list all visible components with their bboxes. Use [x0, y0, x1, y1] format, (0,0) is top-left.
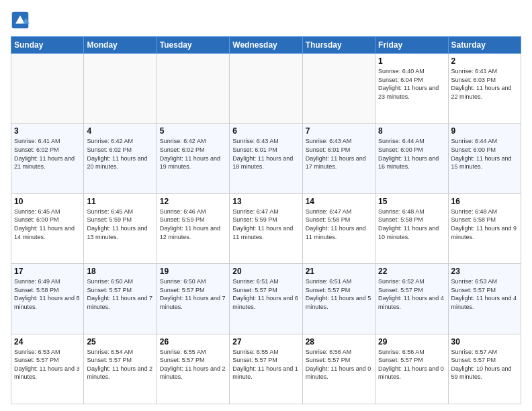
day-number: 10 — [14, 197, 81, 206]
calendar-day-cell: 19Sunrise: 6:50 AMSunset: 5:57 PMDayligh… — [157, 264, 229, 334]
calendar-day-cell: 27Sunrise: 6:55 AMSunset: 5:57 PMDayligh… — [230, 334, 302, 404]
calendar-week-row: 3Sunrise: 6:41 AMSunset: 6:02 PMDaylight… — [11, 124, 521, 193]
weekday-header: Saturday — [448, 37, 521, 54]
calendar-day-cell: 17Sunrise: 6:49 AMSunset: 5:58 PMDayligh… — [11, 264, 84, 334]
day-info: Sunrise: 6:41 AMSunset: 6:02 PMDaylight:… — [14, 137, 81, 171]
calendar-day-cell: 16Sunrise: 6:48 AMSunset: 5:58 PMDayligh… — [448, 193, 521, 263]
weekday-header: Wednesday — [230, 37, 302, 54]
calendar-day-cell: 28Sunrise: 6:56 AMSunset: 5:57 PMDayligh… — [302, 334, 375, 404]
day-info: Sunrise: 6:44 AMSunset: 6:00 PMDaylight:… — [378, 137, 445, 171]
calendar-day-cell: 20Sunrise: 6:51 AMSunset: 5:57 PMDayligh… — [230, 264, 302, 334]
day-info: Sunrise: 6:57 AMSunset: 5:57 PMDaylight:… — [451, 348, 518, 381]
calendar-day-cell: 14Sunrise: 6:47 AMSunset: 5:58 PMDayligh… — [302, 193, 375, 263]
day-number: 1 — [378, 56, 445, 66]
day-number: 16 — [451, 197, 518, 206]
calendar-day-cell: 1Sunrise: 6:40 AMSunset: 6:04 PMDaylight… — [375, 54, 448, 124]
day-number: 7 — [306, 126, 372, 136]
calendar-day-cell: 25Sunrise: 6:54 AMSunset: 5:57 PMDayligh… — [84, 334, 157, 404]
calendar-day-cell: 7Sunrise: 6:43 AMSunset: 6:01 PMDaylight… — [302, 124, 375, 193]
day-number: 6 — [232, 126, 299, 136]
calendar-day-cell: 10Sunrise: 6:45 AMSunset: 6:00 PMDayligh… — [11, 193, 84, 263]
day-info: Sunrise: 6:43 AMSunset: 6:01 PMDaylight:… — [232, 137, 299, 171]
day-info: Sunrise: 6:43 AMSunset: 6:01 PMDaylight:… — [306, 137, 372, 171]
calendar-day-cell — [302, 54, 375, 124]
calendar-week-row: 10Sunrise: 6:45 AMSunset: 6:00 PMDayligh… — [11, 193, 521, 263]
day-info: Sunrise: 6:55 AMSunset: 5:57 PMDaylight:… — [232, 348, 299, 381]
calendar-day-cell: 24Sunrise: 6:53 AMSunset: 5:57 PMDayligh… — [11, 334, 84, 404]
day-info: Sunrise: 6:51 AMSunset: 5:57 PMDaylight:… — [306, 277, 372, 311]
day-info: Sunrise: 6:53 AMSunset: 5:57 PMDaylight:… — [14, 348, 81, 381]
calendar-day-cell: 5Sunrise: 6:42 AMSunset: 6:02 PMDaylight… — [157, 124, 229, 193]
weekday-header: Monday — [84, 37, 157, 54]
calendar-day-cell: 9Sunrise: 6:44 AMSunset: 6:00 PMDaylight… — [448, 124, 521, 193]
weekday-header: Sunday — [11, 37, 84, 54]
day-info: Sunrise: 6:48 AMSunset: 5:58 PMDaylight:… — [378, 208, 445, 241]
day-info: Sunrise: 6:51 AMSunset: 5:57 PMDaylight:… — [232, 277, 299, 311]
calendar-week-row: 1Sunrise: 6:40 AMSunset: 6:04 PMDaylight… — [11, 54, 521, 124]
calendar-day-cell: 12Sunrise: 6:46 AMSunset: 5:59 PMDayligh… — [157, 193, 229, 263]
calendar-day-cell: 26Sunrise: 6:55 AMSunset: 5:57 PMDayligh… — [157, 334, 229, 404]
day-number: 25 — [87, 337, 153, 347]
day-info: Sunrise: 6:45 AMSunset: 6:00 PMDaylight:… — [14, 208, 81, 241]
calendar-day-cell: 4Sunrise: 6:42 AMSunset: 6:02 PMDaylight… — [84, 124, 157, 193]
calendar-day-cell: 23Sunrise: 6:53 AMSunset: 5:57 PMDayligh… — [448, 264, 521, 334]
day-number: 2 — [451, 56, 518, 66]
day-number: 13 — [232, 197, 299, 206]
day-info: Sunrise: 6:40 AMSunset: 6:04 PMDaylight:… — [378, 67, 445, 101]
day-info: Sunrise: 6:50 AMSunset: 5:57 PMDaylight:… — [160, 277, 226, 311]
calendar-day-cell: 30Sunrise: 6:57 AMSunset: 5:57 PMDayligh… — [448, 334, 521, 404]
calendar-day-cell: 29Sunrise: 6:56 AMSunset: 5:57 PMDayligh… — [375, 334, 448, 404]
day-number: 29 — [378, 337, 445, 347]
calendar-day-cell: 11Sunrise: 6:45 AMSunset: 5:59 PMDayligh… — [84, 193, 157, 263]
day-info: Sunrise: 6:55 AMSunset: 5:57 PMDaylight:… — [160, 348, 226, 381]
day-number: 15 — [378, 197, 445, 206]
day-info: Sunrise: 6:44 AMSunset: 6:00 PMDaylight:… — [451, 137, 518, 171]
day-number: 17 — [14, 267, 81, 276]
day-number: 14 — [306, 197, 372, 206]
day-number: 20 — [232, 267, 299, 276]
day-number: 24 — [14, 337, 81, 347]
day-number: 8 — [378, 126, 445, 136]
day-number: 9 — [451, 126, 518, 136]
day-number: 12 — [160, 197, 226, 206]
day-info: Sunrise: 6:47 AMSunset: 5:58 PMDaylight:… — [306, 208, 372, 241]
day-info: Sunrise: 6:45 AMSunset: 5:59 PMDaylight:… — [87, 208, 153, 241]
day-number: 4 — [87, 126, 153, 136]
calendar-day-cell: 2Sunrise: 6:41 AMSunset: 6:03 PMDaylight… — [448, 54, 521, 124]
logo-icon — [11, 11, 30, 30]
day-info: Sunrise: 6:47 AMSunset: 5:59 PMDaylight:… — [232, 208, 299, 241]
day-info: Sunrise: 6:53 AMSunset: 5:57 PMDaylight:… — [451, 277, 518, 311]
weekday-header: Thursday — [302, 37, 375, 54]
calendar-day-cell: 21Sunrise: 6:51 AMSunset: 5:57 PMDayligh… — [302, 264, 375, 334]
day-number: 30 — [451, 337, 518, 347]
day-info: Sunrise: 6:49 AMSunset: 5:58 PMDaylight:… — [14, 277, 81, 311]
day-info: Sunrise: 6:56 AMSunset: 5:57 PMDaylight:… — [306, 348, 372, 381]
day-info: Sunrise: 6:48 AMSunset: 5:58 PMDaylight:… — [451, 208, 518, 241]
day-info: Sunrise: 6:52 AMSunset: 5:57 PMDaylight:… — [378, 277, 445, 311]
day-info: Sunrise: 6:46 AMSunset: 5:59 PMDaylight:… — [160, 208, 226, 241]
calendar-day-cell: 18Sunrise: 6:50 AMSunset: 5:57 PMDayligh… — [84, 264, 157, 334]
day-info: Sunrise: 6:41 AMSunset: 6:03 PMDaylight:… — [451, 67, 518, 101]
day-info: Sunrise: 6:42 AMSunset: 6:02 PMDaylight:… — [160, 137, 226, 171]
calendar-day-cell: 22Sunrise: 6:52 AMSunset: 5:57 PMDayligh… — [375, 264, 448, 334]
logo — [11, 11, 32, 30]
day-number: 28 — [306, 337, 372, 347]
day-number: 27 — [232, 337, 299, 347]
calendar-day-cell: 3Sunrise: 6:41 AMSunset: 6:02 PMDaylight… — [11, 124, 84, 193]
header — [11, 11, 521, 30]
calendar-week-row: 17Sunrise: 6:49 AMSunset: 5:58 PMDayligh… — [11, 264, 521, 334]
day-info: Sunrise: 6:42 AMSunset: 6:02 PMDaylight:… — [87, 137, 153, 171]
calendar-day-cell — [84, 54, 157, 124]
day-info: Sunrise: 6:56 AMSunset: 5:57 PMDaylight:… — [378, 348, 445, 381]
day-number: 3 — [14, 126, 81, 136]
weekday-header-row: SundayMondayTuesdayWednesdayThursdayFrid… — [11, 37, 521, 54]
day-number: 11 — [87, 197, 153, 206]
day-number: 19 — [160, 267, 226, 276]
weekday-header: Tuesday — [157, 37, 229, 54]
weekday-header: Friday — [375, 37, 448, 54]
calendar-day-cell — [230, 54, 302, 124]
day-number: 22 — [378, 267, 445, 276]
day-number: 26 — [160, 337, 226, 347]
calendar-day-cell: 6Sunrise: 6:43 AMSunset: 6:01 PMDaylight… — [230, 124, 302, 193]
day-number: 18 — [87, 267, 153, 276]
